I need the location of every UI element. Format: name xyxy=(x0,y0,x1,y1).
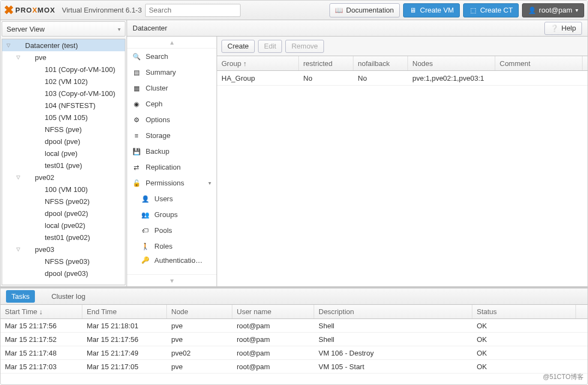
scroll-up-icon[interactable]: ▴ xyxy=(127,37,217,49)
column-header[interactable]: End Time xyxy=(82,305,167,318)
svg-rect-15 xyxy=(34,102,41,107)
column-header[interactable]: Description xyxy=(314,305,472,318)
tree-item[interactable]: local (pve) xyxy=(2,147,125,159)
tree-item[interactable]: ▽pve02 xyxy=(2,171,125,183)
submenu-replication[interactable]: ⇄Replication xyxy=(127,159,217,175)
column-header[interactable]: Status xyxy=(472,305,576,318)
table-row[interactable]: Mar 15 21:17:03Mar 15 21:17:05pveroot@pa… xyxy=(1,360,587,374)
table-cell: pve xyxy=(167,360,232,373)
tree-item-label: 105 (VM 105) xyxy=(45,113,88,122)
tree-item-label: dpool (pve02) xyxy=(45,209,88,218)
tree-item[interactable]: test01 (pve02) xyxy=(2,231,125,243)
documentation-button[interactable]: 📖 Documentation xyxy=(329,3,400,17)
table-row[interactable]: HA_GroupNoNopve:1,pve02:1,pve03:1 xyxy=(217,71,587,86)
task-header[interactable]: Start Time ↓End TimeNodeUser nameDescrip… xyxy=(1,305,587,319)
tree-item[interactable]: ▽Datacenter (test) xyxy=(2,39,125,51)
table-row[interactable]: Mar 15 21:17:56Mar 15 21:18:01pveroot@pa… xyxy=(1,319,587,333)
submenu-backup[interactable]: 💾Backup xyxy=(127,143,217,159)
tree-item[interactable]: 104 (NFSTEST) xyxy=(2,99,125,111)
column-header[interactable]: Node xyxy=(167,305,232,318)
tree-item[interactable]: 101 (Copy-of-VM-100) xyxy=(2,63,125,75)
column-header[interactable]: nofailback xyxy=(353,56,408,70)
svg-rect-18 xyxy=(34,114,41,119)
submenu-label: Users xyxy=(154,195,173,203)
create-button[interactable]: Create xyxy=(221,40,255,53)
svg-rect-12 xyxy=(34,90,41,95)
tree-item[interactable]: 103 (Copy-of-VM-100) xyxy=(2,87,125,99)
table-cell: pve02 xyxy=(167,346,232,359)
user-menu-button[interactable]: 👤 root@pam ▾ xyxy=(522,3,584,17)
tree-item[interactable]: NFSS (pve03) xyxy=(2,255,125,267)
expand-icon[interactable]: ▽ xyxy=(15,246,21,252)
svg-point-33 xyxy=(34,198,41,200)
tree-item[interactable]: NFSS (pve02) xyxy=(2,195,125,207)
tab-tasks[interactable]: Tasks xyxy=(6,290,35,303)
scroll-down-icon[interactable]: ▾ xyxy=(127,274,217,286)
column-header[interactable]: User name xyxy=(232,305,314,318)
tree-item[interactable]: dpool (pve) xyxy=(2,135,125,147)
task-body[interactable]: Mar 15 21:17:56Mar 15 21:18:01pveroot@pa… xyxy=(1,319,587,374)
chevron-down-icon: ▾ xyxy=(118,26,121,32)
storage-icon xyxy=(33,221,43,230)
submenu-users[interactable]: 👤Users xyxy=(127,191,217,207)
column-header[interactable]: Nodes xyxy=(408,56,495,70)
tree-item[interactable]: NFSS (pve) xyxy=(2,123,125,135)
svg-rect-31 xyxy=(34,186,41,191)
edit-button[interactable]: Edit xyxy=(258,40,282,53)
tree-item[interactable]: dpool (pve03) xyxy=(2,267,125,279)
submenu-options[interactable]: ⚙Options xyxy=(127,112,217,128)
expand-icon[interactable]: ▽ xyxy=(5,43,11,48)
config-submenu: ▴ 🔍Search▤Summary▦Cluster◉Ceph⚙Options≡S… xyxy=(127,37,217,286)
tree-item[interactable]: local (pve02) xyxy=(2,219,125,231)
submenu-summary[interactable]: ▤Summary xyxy=(127,64,217,80)
svg-rect-4 xyxy=(24,55,32,60)
tree-item[interactable]: ▽pve03 xyxy=(2,243,125,255)
create-ct-button[interactable]: ⬚ Create CT xyxy=(463,3,519,17)
tree-item-label: dpool (pve) xyxy=(45,137,80,146)
view-selector[interactable]: Server View ▾ xyxy=(2,21,125,37)
submenu-groups[interactable]: 👥Groups xyxy=(127,207,217,222)
watermark: @51CTO博客 xyxy=(543,372,584,382)
table-row[interactable]: Mar 15 21:17:52Mar 15 21:17:56pveroot@pa… xyxy=(1,333,587,346)
submenu-authentication[interactable]: 🔑Authenticatio… xyxy=(127,254,217,264)
tab-cluster-log[interactable]: Cluster log xyxy=(46,290,91,303)
breadcrumb: Datacenter xyxy=(133,24,167,32)
table-cell: Mar 15 21:18:01 xyxy=(82,319,167,332)
tree-item[interactable]: 105 (VM 105) xyxy=(2,111,125,123)
expand-icon[interactable]: ▽ xyxy=(15,175,21,180)
submenu-roles[interactable]: 🚶Roles xyxy=(127,238,217,254)
submenu-storage[interactable]: ≡Storage xyxy=(127,128,217,143)
column-header[interactable]: Comment xyxy=(495,56,583,70)
help-button[interactable]: ❔ Help xyxy=(544,22,582,35)
tree-item-label: 103 (Copy-of-VM-100) xyxy=(45,89,115,98)
column-header[interactable]: restricted xyxy=(299,56,353,70)
submenu-cluster[interactable]: ▦Cluster xyxy=(127,80,217,96)
svg-point-45 xyxy=(34,270,41,272)
chevron-down-icon: ▾ xyxy=(575,7,578,13)
table-row[interactable]: Mar 15 21:17:48Mar 15 21:17:49pve02root@… xyxy=(1,346,587,360)
resource-tree[interactable]: ▽Datacenter (test)▽pve101 (Copy-of-VM-10… xyxy=(2,39,125,285)
tree-item[interactable]: 100 (VM 100) xyxy=(2,183,125,195)
search-input[interactable] xyxy=(145,4,241,17)
help-icon: ❔ xyxy=(550,25,558,32)
submenu-search[interactable]: 🔍Search xyxy=(127,49,217,64)
grid-body[interactable]: HA_GroupNoNopve:1,pve02:1,pve03:1 xyxy=(217,71,587,86)
storage-icon: ≡ xyxy=(133,132,140,140)
submenu-label: Options xyxy=(146,116,170,124)
vm-icon xyxy=(33,65,43,74)
create-vm-button[interactable]: 🖥 Create VM xyxy=(403,3,460,17)
column-header[interactable]: Group ↑ xyxy=(217,56,299,70)
tree-item[interactable]: ▽pve xyxy=(2,51,125,63)
expand-icon[interactable]: ▽ xyxy=(15,55,21,60)
storage-icon xyxy=(33,149,43,158)
remove-button[interactable]: Remove xyxy=(285,40,323,53)
column-header[interactable]: Start Time ↓ xyxy=(1,305,82,318)
tree-item[interactable]: test01 (pve) xyxy=(2,159,125,171)
grid-header[interactable]: Group ↑restrictednofailbackNodesComment xyxy=(217,56,587,71)
submenu-ceph[interactable]: ◉Ceph xyxy=(127,96,217,112)
submenu-permissions[interactable]: 🔓Permissions▾ xyxy=(127,175,217,191)
tree-item[interactable]: dpool (pve02) xyxy=(2,207,125,219)
submenu-pools[interactable]: 🏷Pools xyxy=(127,222,217,238)
tags-icon: 🏷 xyxy=(141,227,149,234)
tree-item[interactable]: 102 (VM 102) xyxy=(2,75,125,87)
